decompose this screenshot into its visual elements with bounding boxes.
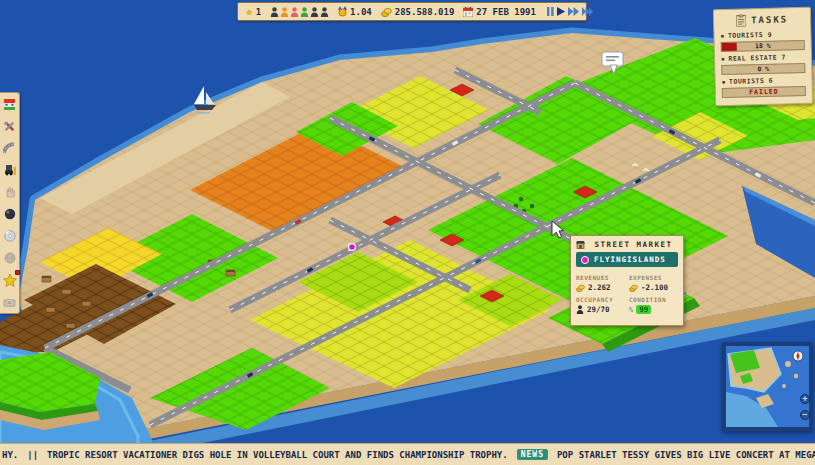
expenses-value: -2.100: [641, 283, 668, 292]
person-icon: [320, 7, 329, 17]
bulldozer-icon: [3, 164, 17, 176]
expenses-label: EXPENSES: [629, 274, 678, 281]
star-count: 1: [256, 7, 261, 17]
build-tools-icon: [3, 120, 16, 133]
sphere-icon: [4, 208, 16, 220]
road-tool-button[interactable]: [3, 141, 17, 155]
chest-tool-button[interactable]: [3, 295, 17, 309]
hotel-icon: [3, 98, 16, 111]
minimap[interactable]: + −: [722, 342, 813, 431]
plus-icon: +: [803, 394, 808, 403]
task-label: REAL ESTATE 7: [728, 53, 786, 62]
date: 27 FEB 1991: [463, 7, 536, 17]
money: 285.588.019: [381, 7, 455, 17]
bullet-icon: ▪: [722, 78, 727, 86]
task-progress-bar: 18 %: [721, 40, 805, 52]
reputation-value: 1.04: [350, 7, 372, 17]
coins-icon: [629, 284, 638, 292]
population-group: [270, 7, 329, 17]
coins-icon: [576, 284, 585, 292]
task-progress-text: FAILED: [723, 87, 805, 97]
bullet-icon: ▪: [721, 55, 726, 63]
pause-button-icon[interactable]: [547, 7, 554, 16]
condition-value-row: % 99: [629, 305, 678, 314]
star-rating: ★ 1: [246, 6, 261, 17]
condition-badge: 99: [636, 305, 651, 314]
star-icon: [3, 274, 17, 287]
task-progress-bar: FAILED: [722, 86, 806, 98]
person-icon: [576, 305, 584, 314]
star-icon: ★: [246, 6, 253, 17]
revenues-label: REVENUES: [576, 274, 625, 281]
tasks-panel[interactable]: TASKS ▪ TOURISTS 9 18 % ▪ REAL ESTATE 7 …: [713, 7, 813, 106]
news-badge: NEWS: [517, 449, 548, 460]
coins-icon: [381, 7, 392, 17]
chest-icon: [3, 297, 16, 307]
person-icon: [310, 7, 319, 17]
tasks-title: TASKS: [751, 14, 788, 25]
task-progress-bar: 0 %: [721, 63, 805, 75]
building-marker[interactable]: [349, 244, 356, 251]
street-market-icon: [576, 241, 585, 249]
minimap-zoom-in-button[interactable]: +: [800, 394, 810, 404]
occupancy-value-row: 29/70: [576, 305, 625, 314]
expenses-value-row: -2.100: [629, 283, 678, 292]
person-icon: [270, 7, 279, 17]
person-icon: [290, 7, 299, 17]
task-item[interactable]: ▪ TOURISTS 6 FAILED: [722, 76, 806, 98]
hotel-tool-button[interactable]: [3, 97, 17, 111]
occupancy-label: OCCUPANCY: [576, 296, 625, 303]
company-name: FLYINGISLANDS: [594, 255, 666, 264]
ticker-headline-next: POP STARLET TESSY GIVES BIG LIVE CONCERT…: [557, 450, 815, 460]
money-value: 285.588.019: [395, 7, 455, 17]
occupancy-value: 29/70: [587, 305, 610, 314]
globe-tool-button[interactable]: [3, 251, 17, 265]
company-logo-icon: [581, 256, 589, 264]
task-item[interactable]: ▪ TOURISTS 9 18 %: [720, 30, 804, 52]
medal-icon: [338, 6, 347, 17]
person-icon: [280, 7, 289, 17]
disc-tool-button[interactable]: [3, 229, 17, 243]
revenues-value: 2.262: [588, 283, 611, 292]
clipboard-icon: [736, 14, 746, 26]
reputation: 1.04: [338, 6, 372, 17]
ticker-headline: TROPIC RESORT VACATIONER DIGS HOLE IN VO…: [47, 450, 508, 460]
road-curve-icon: [3, 142, 16, 155]
play-button-icon[interactable]: [557, 7, 565, 16]
notification-badge: [15, 270, 20, 275]
calendar-icon: [463, 7, 473, 17]
condition-unit: %: [629, 306, 633, 314]
speed-controls: [547, 7, 593, 16]
compass-icon: [793, 351, 803, 361]
task-progress-text: 0 %: [722, 64, 804, 74]
company-banner[interactable]: FLYINGISLANDS: [576, 252, 678, 267]
date-value: 27 FEB 1991: [476, 7, 536, 17]
disc-icon: [4, 230, 16, 242]
top-status-bar: ★ 1 1.04 285.588.019: [237, 2, 587, 21]
fastest-forward-button-icon[interactable]: [582, 7, 593, 16]
game-map[interactable]: [0, 0, 815, 465]
building-info-panel[interactable]: STREET MARKET FLYINGISLANDS REVENUES EXP…: [570, 235, 684, 326]
globe-icon: [4, 252, 16, 264]
hand-tool-button[interactable]: [3, 185, 17, 199]
minimap-zoom-out-button[interactable]: −: [800, 410, 810, 420]
revenues-value-row: 2.262: [576, 283, 625, 292]
minus-icon: −: [803, 410, 808, 419]
bullet-icon: ▪: [720, 32, 725, 40]
minimap-canvas: [726, 346, 809, 427]
build-tool-button[interactable]: [3, 119, 17, 133]
sphere-tool-button[interactable]: [3, 207, 17, 221]
news-ticker: HY. || TROPIC RESORT VACATIONER DIGS HOL…: [0, 443, 815, 465]
build-toolbar: [0, 92, 20, 314]
game-screen: ★ 1 1.04 285.588.019: [0, 0, 815, 465]
ticker-separator: ||: [27, 450, 38, 460]
task-progress-text: 18 %: [722, 41, 804, 51]
task-label: TOURISTS 6: [729, 77, 773, 86]
task-item[interactable]: ▪ REAL ESTATE 7 0 %: [721, 53, 805, 75]
task-label: TOURISTS 9: [728, 31, 772, 40]
person-icon: [300, 7, 309, 17]
achievements-tool-button[interactable]: [3, 273, 17, 287]
ticker-fragment: HY.: [2, 450, 18, 460]
bulldozer-tool-button[interactable]: [3, 163, 17, 177]
fast-forward-button-icon[interactable]: [568, 7, 579, 16]
